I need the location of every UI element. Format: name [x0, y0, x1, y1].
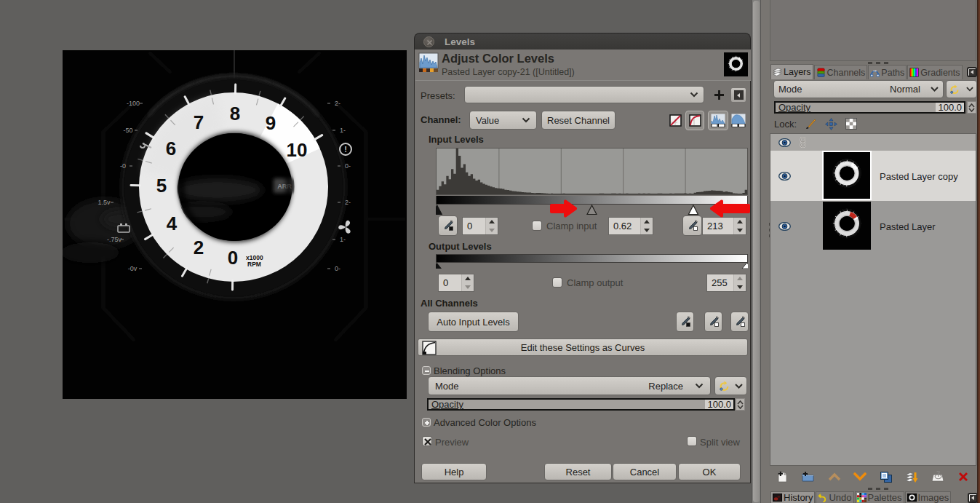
linear-histogram-toggle[interactable] — [668, 113, 683, 128]
pick-all-white-button[interactable] — [730, 312, 749, 332]
tab-history[interactable]: History — [770, 491, 815, 503]
visibility-eye-icon[interactable] — [778, 222, 791, 231]
clamp-output-checkbox[interactable] — [552, 277, 562, 288]
spin-arrows[interactable] — [485, 218, 498, 234]
output-low-spinbox[interactable]: 0 — [438, 274, 474, 292]
visibility-eye-icon[interactable] — [778, 138, 791, 147]
pick-all-black-button[interactable] — [676, 312, 694, 332]
raise-layer-button[interactable] — [826, 469, 842, 485]
lock-pixels-icon[interactable] — [805, 118, 817, 130]
spin-arrows[interactable] — [640, 218, 653, 234]
lock-alpha-icon[interactable] — [845, 118, 857, 130]
histogram-linear-toggle[interactable] — [708, 111, 728, 130]
spin-arrows[interactable] — [461, 274, 474, 291]
reset-button[interactable]: Reset — [544, 463, 612, 480]
anchor-layer-button[interactable] — [930, 469, 946, 485]
lock-position-icon[interactable] — [825, 118, 837, 130]
input-low-spinbox[interactable]: 0 — [462, 217, 498, 235]
histogram-log-toggle[interactable] — [728, 111, 749, 130]
check-x-icon — [423, 437, 432, 446]
layer-thumbnail[interactable] — [822, 151, 872, 200]
canvas-vertical-scrollbar[interactable] — [752, 0, 761, 503]
dialog-header-subtitle: Pasted Layer copy-21 ([Untitled]) — [442, 67, 575, 77]
tab-undo-label: Undo — [829, 492, 851, 503]
output-sliders[interactable] — [436, 263, 748, 269]
pick-all-gray-button[interactable] — [704, 312, 722, 332]
blend-opacity-label: Opacity — [431, 399, 463, 410]
add-preset-button[interactable] — [712, 87, 725, 103]
blend-opacity-spinner[interactable] — [736, 398, 745, 411]
spin-arrows[interactable] — [733, 274, 746, 291]
dock-tab-menu-button[interactable] — [967, 67, 977, 77]
auto-input-levels-button[interactable]: Auto Input Levels — [428, 312, 519, 332]
output-high-spinbox[interactable]: 255 — [706, 274, 746, 292]
screen-edge-strip — [977, 0, 980, 503]
presets-menu-button[interactable] — [730, 87, 746, 103]
layer-opacity-slider[interactable]: Opacity 100.0 — [775, 102, 965, 113]
split-view-checkbox[interactable] — [687, 436, 697, 446]
tab-layers[interactable]: Layers — [770, 64, 813, 79]
tab-undo[interactable]: Undo — [816, 491, 853, 503]
preview-checkbox[interactable] — [422, 436, 432, 446]
clamp-input-label: Clamp input — [546, 221, 597, 231]
tab-images[interactable]: Images — [905, 491, 952, 503]
merge-down-button[interactable] — [904, 469, 920, 485]
blending-options-label: Blending Options — [434, 365, 506, 376]
blend-mode-combo[interactable]: Mode Replace — [428, 376, 711, 395]
plus-icon — [714, 90, 725, 100]
svg-text:2-: 2- — [345, 199, 351, 206]
pick-black-point-button[interactable] — [438, 215, 458, 236]
close-icon[interactable] — [423, 36, 434, 47]
advanced-options-expander[interactable] — [422, 418, 431, 427]
layer-row-pasted-layer[interactable]: Pasted Layer — [770, 201, 976, 251]
tab-gradients[interactable]: Gradients — [907, 65, 962, 79]
ok-button[interactable]: OK — [678, 463, 741, 480]
dialog-titlebar[interactable]: Levels — [414, 33, 751, 49]
dock-tab-menu-button[interactable] — [968, 493, 978, 503]
perceptual-curve-icon — [689, 114, 701, 127]
delete-layer-button[interactable] — [955, 469, 971, 485]
scrollbar-thumb[interactable] — [753, 1, 760, 502]
edit-as-curves-button[interactable]: Edit these Settings as Curves — [418, 338, 748, 356]
gamma-spinbox[interactable]: 0.62 — [608, 217, 653, 235]
blending-options-expander[interactable] — [422, 366, 431, 375]
pick-white-point-button[interactable] — [682, 215, 702, 236]
tab-paths[interactable]: Paths — [868, 65, 907, 79]
presets-combo[interactable] — [464, 86, 704, 103]
svg-text:7: 7 — [194, 111, 204, 133]
lower-layer-button[interactable] — [852, 469, 868, 485]
duplicate-layer-button[interactable] — [878, 469, 894, 485]
layer-opacity-spinner[interactable] — [967, 101, 976, 114]
chain-link-icon[interactable] — [798, 137, 808, 148]
eyedropper-black-icon — [442, 220, 454, 231]
new-layer-group-button[interactable] — [800, 469, 816, 485]
blend-mode-group-button[interactable] — [714, 376, 747, 395]
help-button[interactable]: Help — [421, 463, 487, 480]
spin-arrows[interactable] — [733, 218, 746, 234]
auto-input-levels-label: Auto Input Levels — [437, 317, 509, 328]
layer-mode-combo[interactable]: Mode Normal — [773, 80, 944, 98]
dock-drag-handle[interactable] — [868, 488, 888, 490]
layer-thumbnail[interactable] — [823, 202, 871, 250]
clamp-input-checkbox[interactable] — [532, 221, 542, 231]
input-high-spinbox[interactable]: 213 — [702, 217, 746, 235]
split-view-label: Split view — [700, 437, 740, 448]
channel-combo[interactable]: Value — [469, 111, 537, 130]
tab-menu-icon — [970, 495, 976, 502]
visibility-eye-icon[interactable] — [778, 172, 791, 181]
svg-text:1-: 1- — [340, 127, 346, 134]
new-layer-button[interactable] — [775, 469, 791, 485]
perceptual-histogram-toggle[interactable] — [685, 111, 704, 130]
layer-row-partial[interactable] — [770, 134, 976, 151]
layer-row-pasted-layer-copy[interactable]: Pasted Layer copy — [770, 151, 976, 201]
blend-opacity-slider[interactable]: Opacity 100.0 — [428, 399, 734, 410]
history-icon — [773, 493, 782, 502]
input-sliders[interactable] — [436, 205, 748, 215]
tab-channels[interactable]: Channels — [814, 65, 868, 79]
reset-channel-button[interactable]: Reset Channel — [541, 111, 616, 130]
layer-mode-group-button[interactable] — [946, 80, 977, 98]
cancel-button[interactable]: Cancel — [613, 463, 677, 480]
advanced-options-label: Advanced Color Options — [434, 417, 536, 428]
tab-palettes[interactable]: Palettes — [855, 491, 904, 503]
edit-as-curves-label: Edit these Settings as Curves — [418, 342, 747, 353]
